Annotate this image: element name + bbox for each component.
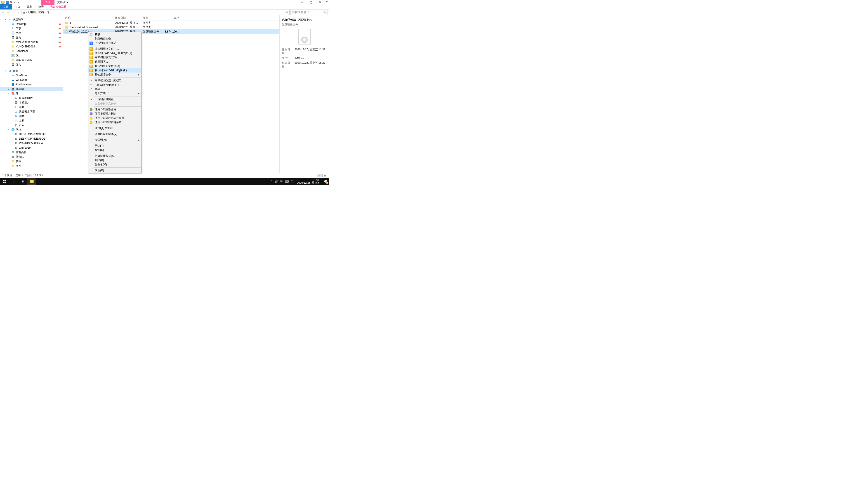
nav-item[interactable]: 🖼本机照片 [0, 100, 63, 105]
context-menu-item[interactable]: 解压到当前文件夹(X) [88, 64, 141, 68]
context-menu-item[interactable]: 用360压缩打开(Q) [88, 55, 141, 60]
context-menu-item[interactable]: 添加到 "Win7x64_2020.zip" (T) [88, 51, 141, 55]
context-menu-item[interactable]: 发送到(N)▶ [88, 138, 141, 142]
taskbar-clock[interactable]: 16:32 2020/12/25, 星期五 [296, 178, 321, 185]
file-row[interactable]: 12020/12/15, 星期二 1...文件夹 [63, 21, 279, 25]
nav-item[interactable]: 🖥Desktop📌 [0, 22, 63, 26]
qat-delete-icon[interactable]: ✕ [10, 1, 13, 4]
column-header-type[interactable]: 类型 [141, 16, 164, 20]
context-menu-item[interactable]: 还原以前的版本(V) [88, 132, 141, 136]
breadcrumb-root[interactable]: 此电脑 [28, 10, 36, 14]
view-thumbnails-button[interactable]: ▦ [322, 174, 327, 177]
taskbar-search-button[interactable]: ⌕ [9, 178, 18, 185]
nav-item[interactable]: 📄文档📌 [0, 31, 63, 35]
context-menu-item[interactable]: 使用 360解除占用 [88, 107, 141, 111]
nav-item[interactable]: 🖥PC-20190530OBLA [0, 141, 63, 145]
nav-item[interactable]: ☁天翼云盘下载 [0, 109, 63, 114]
chevron-right-icon[interactable]: › [26, 11, 27, 13]
context-menu-item[interactable]: 云上传到有道云笔记 [88, 41, 141, 45]
nav-item[interactable]: 👤Administrator [0, 82, 63, 87]
tree-chevron-icon[interactable]: ▾ [4, 18, 7, 21]
nav-item[interactable]: ⬇下载📌 [0, 26, 63, 31]
ribbon-tab-home[interactable]: 主页 [12, 4, 24, 9]
nav-item[interactable]: 🖼图片 [0, 114, 63, 119]
context-menu-item[interactable]: 属性(R) [88, 168, 141, 173]
tree-chevron-icon[interactable]: ▾ [8, 92, 10, 95]
action-center-button[interactable]: 💬 3 [323, 179, 328, 184]
ribbon-tab-disc-tools[interactable]: 光盘映像工具 [47, 4, 70, 9]
breadcrumb-drive[interactable]: 文档 (E:) [38, 10, 49, 14]
context-menu-item[interactable]: ☁上传到百度网盘 [88, 97, 141, 101]
nav-item[interactable]: ☁OneDrive [0, 73, 63, 78]
qat-undo-icon[interactable]: ↶ [14, 1, 17, 4]
context-menu-item[interactable]: ✎Edit with Notepad++ [88, 83, 141, 87]
minimize-button[interactable]: — [298, 0, 307, 4]
ribbon-tab-file[interactable]: 文件 [0, 4, 12, 9]
context-menu-item[interactable]: 使用 360进行木马云查杀 [88, 116, 141, 120]
nav-back-button[interactable]: ← [1, 10, 5, 14]
nav-item[interactable]: 📁软件 [0, 159, 63, 164]
navigation-tree[interactable]: ▾★快速访问🖥Desktop📌⬇下载📌📄文档📌🖼图片📌📁excel表格制作求和📌… [0, 15, 63, 173]
nav-item[interactable]: 📁win7重装win7 [0, 58, 63, 62]
breadcrumb[interactable]: 🖥 › 此电脑 › 文档 (E:) › ˅ ⟳ [21, 10, 289, 15]
context-menu-item[interactable]: ↗共享 [88, 87, 141, 91]
nav-item[interactable]: 🖥ZMT2019 [0, 145, 63, 150]
nav-item[interactable]: 📁excel表格制作求和📌 [0, 40, 63, 44]
context-menu-item[interactable]: 重命名(M) [88, 162, 141, 167]
nav-forward-button[interactable]: → [6, 10, 10, 14]
context-menu-item[interactable]: 创建快捷方式(S) [88, 154, 141, 158]
context-menu-item[interactable]: 通过QQ发送到 [88, 126, 141, 130]
ribbon-tab-view[interactable]: 查看 [35, 4, 47, 9]
address-dropdown-icon[interactable]: ˅ [283, 11, 285, 14]
nav-item[interactable]: ☁WPS网盘 [0, 78, 63, 82]
context-menu-item[interactable]: 剪切(T) [88, 144, 141, 148]
context-menu-item[interactable]: 其他压缩命令▶ [88, 72, 141, 77]
maximize-button[interactable]: ▢ [307, 0, 315, 4]
nav-item[interactable]: 💽G:\ [0, 53, 63, 58]
tray-keyboard-icon[interactable]: ⌨ [285, 180, 289, 183]
nav-item[interactable]: 🖼图片 [0, 62, 63, 67]
chevron-right-icon[interactable]: › [50, 11, 51, 13]
nav-item[interactable]: ▸💻此电脑 [0, 87, 63, 91]
context-menu-item[interactable]: ✦用 蜂蜜浏览器 浏览(3) [88, 78, 141, 83]
nav-item[interactable]: 🖥DESKTOP-NJEU3CG [0, 136, 63, 141]
nav-item[interactable]: 📄文档 [0, 119, 63, 123]
ribbon-expand-icon[interactable]: ˅ [326, 5, 329, 8]
file-row[interactable]: BaiduNetdiskDownload2020/12/25, 星期五 1...… [63, 25, 279, 29]
column-header-date[interactable]: 修改日期 [113, 16, 141, 20]
close-button[interactable]: ✕ [315, 0, 324, 4]
nav-item[interactable]: 📁YUNQISHI2019📌 [0, 44, 63, 49]
nav-item[interactable]: 🎵音乐 [0, 123, 63, 127]
tray-chevron-up-icon[interactable]: ˄ [271, 180, 273, 183]
context-menu-item[interactable]: 刻录光盘映像 [88, 37, 141, 41]
tray-ime-icon[interactable]: 中 [280, 180, 283, 184]
context-menu-item[interactable]: 添加到压缩文件(A)... [88, 47, 141, 51]
nav-item[interactable]: ▾🖥桌面 [0, 69, 63, 73]
tray-volume-icon[interactable]: 🔊 [274, 180, 278, 183]
nav-item[interactable]: 🎞视频 [0, 105, 63, 109]
nav-item[interactable]: ▾📚库 [0, 91, 63, 96]
tray-shield-icon[interactable]: 🛡 [291, 180, 293, 183]
refresh-icon[interactable]: ⟳ [286, 11, 288, 14]
nav-item[interactable]: 📁文件 [0, 164, 63, 168]
chevron-right-icon[interactable]: › [37, 11, 37, 13]
context-menu-item[interactable]: 使用 360强力删除 [88, 111, 141, 116]
context-menu-item[interactable]: 装载 [88, 32, 141, 37]
tree-chevron-icon[interactable]: ▾ [4, 70, 7, 72]
nav-item[interactable]: 🖼保存的图片 [0, 96, 63, 100]
start-button[interactable] [0, 178, 9, 185]
nav-item[interactable]: ▾🌐网络 [0, 127, 63, 132]
nav-item[interactable]: ▾★快速访问 [0, 17, 63, 22]
tree-chevron-icon[interactable]: ▾ [8, 129, 10, 131]
column-header-size[interactable]: 大小 [164, 16, 181, 20]
nav-item[interactable]: 📁Bandicam [0, 49, 63, 53]
view-details-button[interactable]: ≣ [317, 174, 322, 177]
context-menu-item[interactable]: 复制(C) [88, 148, 141, 152]
taskbar-explorer-button[interactable] [27, 178, 36, 185]
nav-up-button[interactable]: ↑ [16, 10, 20, 14]
context-menu-item[interactable]: 使用 360管理右键菜单 [88, 120, 141, 125]
nav-history-dropdown[interactable]: ˅ [11, 10, 16, 14]
context-menu-item[interactable]: 解压到 Win7x64_2020\ (E) [88, 68, 141, 72]
task-view-button[interactable]: ⊞ [18, 178, 27, 185]
nav-item[interactable]: 🖥DESKTOP-LSSOEDP [0, 132, 63, 136]
